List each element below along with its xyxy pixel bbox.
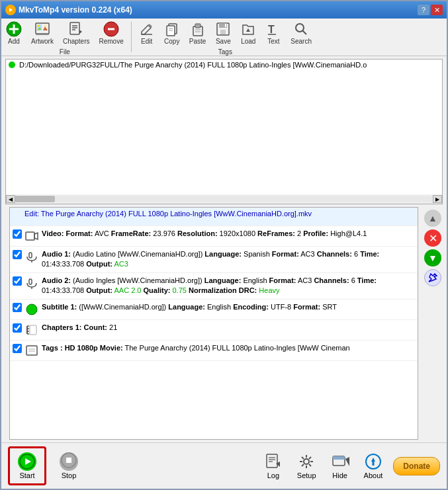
svg-rect-41 (29, 279, 32, 284)
track-panel: Edit: The Purge Anarchy (2014) FULL 1080… (5, 207, 443, 440)
hide-label: Hide (332, 471, 347, 479)
track-remove-button[interactable]: ✕ (424, 229, 441, 247)
load-button[interactable]: Load (236, 19, 261, 48)
help-button[interactable]: ? (418, 5, 429, 15)
search-label: Search (291, 38, 312, 45)
about-icon (364, 452, 382, 471)
close-button[interactable]: ✕ (431, 5, 443, 15)
svg-text:T: T (268, 24, 275, 35)
text-button[interactable]: T Text (261, 19, 286, 48)
setup-button[interactable]: Setup (293, 450, 320, 482)
tags-label: Tags (213, 48, 238, 56)
tags-checkbox[interactable] (13, 344, 22, 353)
stop-label: Stop (62, 471, 77, 479)
hide-button[interactable]: Hide (327, 450, 353, 482)
remove-label: Remove (99, 38, 123, 45)
paste-button[interactable]: Paste (185, 19, 211, 48)
scroll-right-button[interactable]: ▶ (433, 195, 442, 203)
save-icon (215, 21, 231, 37)
video-track-row: Video: Format: AVC FrameRate: 23.976 Res… (10, 226, 418, 247)
copy-icon (164, 21, 180, 37)
svg-rect-76 (372, 462, 374, 466)
svg-rect-31 (225, 24, 226, 27)
subtitle1-track-row: Subtitle 1: ([WwW.CinemaniaHD.org]) Lang… (10, 300, 418, 320)
add-button[interactable]: Add (1, 19, 26, 48)
chapters-button[interactable]: Chapters (58, 19, 95, 48)
svg-rect-37 (26, 232, 34, 240)
about-button[interactable]: About (360, 450, 387, 482)
file-path: D:/Downloaded/PURG32FULL/The Purge Anarc… (19, 61, 367, 69)
tools-button[interactable] (424, 269, 441, 286)
horizontal-scrollbar[interactable]: ◀ ▶ (6, 194, 442, 204)
copy-button[interactable]: Copy (159, 19, 185, 48)
about-label: About (364, 471, 383, 479)
remove-button[interactable]: Remove (94, 19, 128, 48)
load-label: Load (241, 38, 255, 45)
app-icon (5, 5, 16, 15)
main-window: MkvToMp4 version 0.224 (x64) ? ✕ (0, 0, 448, 490)
chapters-track-row: Chapters 1: Count: 21 (10, 320, 418, 341)
move-up-button[interactable]: ▲ (424, 210, 441, 227)
svg-rect-72 (333, 456, 345, 460)
toolbar-separator (131, 22, 132, 52)
edit-button[interactable]: Edit (134, 19, 159, 48)
edit-label: Edit (141, 38, 152, 45)
svg-line-70 (302, 464, 304, 466)
start-button[interactable]: Start (11, 450, 43, 482)
tags-text: Tags : HD 1080p Movie: The Purge Anarchy… (42, 343, 415, 353)
svg-rect-49 (30, 325, 36, 335)
svg-rect-25 (195, 24, 201, 28)
log-icon (264, 452, 283, 471)
file-item[interactable]: D:/Downloaded/PURG32FULL/The Purge Anarc… (6, 60, 442, 70)
svg-marker-73 (345, 457, 349, 466)
artwork-icon (34, 21, 50, 37)
scroll-left-button[interactable]: ◀ (6, 195, 15, 203)
svg-marker-75 (371, 458, 375, 462)
tags-buttons: Edit Copy (134, 19, 316, 48)
log-button[interactable]: Log (260, 450, 287, 482)
audio1-icon (24, 249, 39, 264)
add-icon (6, 21, 22, 37)
svg-marker-16 (79, 30, 82, 34)
svg-rect-57 (267, 454, 277, 468)
audio2-checkbox[interactable] (13, 276, 22, 286)
svg-line-67 (302, 457, 304, 459)
svg-line-36 (302, 30, 306, 34)
audio1-checkbox[interactable] (13, 250, 22, 259)
add-label: Add (8, 38, 20, 45)
search-icon (293, 21, 309, 37)
track-list: Edit: The Purge Anarchy (2014) FULL 1080… (9, 207, 418, 440)
paste-icon (190, 21, 206, 37)
svg-line-69 (309, 457, 311, 459)
donate-button[interactable]: Donate (393, 457, 440, 475)
edit-row-text: Edit: The Purge Anarchy (2014) FULL 1080… (24, 210, 415, 218)
svg-point-62 (304, 459, 309, 464)
svg-marker-61 (276, 462, 280, 467)
track-side-controls: ▲ ✕ ▼ (424, 207, 443, 440)
stop-button[interactable]: Stop (53, 450, 85, 482)
artwork-button[interactable]: Artwork (26, 19, 58, 48)
video-checkbox[interactable] (13, 229, 22, 239)
svg-rect-11 (36, 34, 49, 35)
file-status-dot (9, 61, 15, 68)
svg-marker-32 (246, 28, 250, 32)
move-down-button[interactable]: ▼ (424, 249, 441, 266)
scroll-thumb[interactable] (15, 196, 55, 202)
file-list-area[interactable]: D:/Downloaded/PURG32FULL/The Purge Anarc… (5, 59, 443, 204)
subtitle1-text: Subtitle 1: ([WwW.CinemaniaHD.org]) Lang… (42, 302, 415, 312)
tags-group: Edit Copy (134, 19, 316, 56)
scroll-track[interactable] (15, 196, 433, 202)
svg-rect-50 (26, 346, 37, 355)
chapters-checkbox[interactable] (13, 323, 22, 333)
log-label: Log (267, 471, 279, 479)
search-button[interactable]: Search (286, 19, 316, 48)
video-icon (24, 229, 39, 243)
remove-icon (103, 21, 119, 37)
subtitle1-checkbox[interactable] (13, 303, 22, 312)
start-label: Start (19, 471, 34, 479)
chapters-track-icon (24, 323, 39, 337)
save-button[interactable]: Save (210, 19, 236, 48)
bottom-bar: Start Stop (1, 442, 447, 489)
svg-rect-39 (29, 253, 32, 258)
title-controls: ? ✕ (418, 5, 443, 15)
